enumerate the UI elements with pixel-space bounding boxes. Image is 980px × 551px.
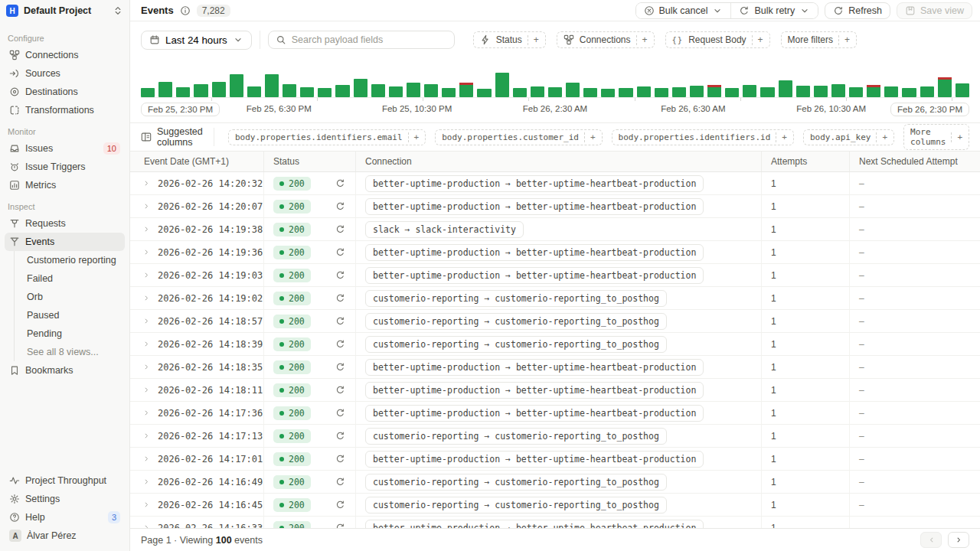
- retry-event-icon[interactable]: [335, 477, 345, 487]
- histogram-bar[interactable]: [583, 88, 597, 97]
- bulk-cancel-button[interactable]: Bulk cancel: [636, 3, 731, 18]
- histogram-bar[interactable]: [655, 88, 668, 97]
- sidebar-item-metrics[interactable]: Metrics: [5, 176, 125, 194]
- sidebar-item-pending[interactable]: Pending: [5, 324, 125, 343]
- sidebar-item-issue-triggers[interactable]: Issue Triggers: [5, 158, 125, 176]
- histogram-bar[interactable]: [743, 85, 756, 97]
- table-row[interactable]: 2026-02-26 14:19:38200slack → slack-inte…: [130, 218, 980, 241]
- sidebar-item-paused[interactable]: Paused: [5, 306, 125, 324]
- histogram-bar[interactable]: [902, 88, 916, 97]
- histogram-bar[interactable]: [459, 83, 473, 97]
- connection-pill[interactable]: better-uptime-production → better-uptime…: [365, 382, 704, 399]
- project-switcher[interactable]: H Default Project: [0, 0, 129, 21]
- histogram-bar[interactable]: [566, 83, 580, 97]
- table-row[interactable]: 2026-02-26 14:17:13200customerio-reporti…: [130, 425, 980, 448]
- histogram-bar[interactable]: [672, 87, 686, 97]
- retry-event-icon[interactable]: [335, 270, 345, 280]
- table-row[interactable]: 2026-02-26 14:17:01200better-uptime-prod…: [130, 448, 980, 471]
- connection-pill[interactable]: customerio-reporting → customerio-report…: [365, 336, 667, 353]
- refresh-button[interactable]: Refresh: [825, 2, 890, 19]
- connection-pill[interactable]: better-uptime-production → better-uptime…: [365, 405, 704, 422]
- row-expand-icon[interactable]: [142, 317, 151, 325]
- histogram-bar[interactable]: [300, 87, 314, 97]
- retry-event-icon[interactable]: [335, 500, 345, 510]
- sidebar-item-events[interactable]: Events: [5, 233, 125, 251]
- row-expand-icon[interactable]: [142, 271, 151, 279]
- histogram-bar[interactable]: [158, 82, 172, 97]
- histogram-bar[interactable]: [318, 88, 332, 97]
- table-row[interactable]: 2026-02-26 14:18:11200better-uptime-prod…: [130, 379, 980, 402]
- histogram-bar[interactable]: [760, 87, 774, 97]
- filter-pill-status[interactable]: Status+: [473, 31, 546, 48]
- connection-pill[interactable]: better-uptime-production → better-uptime…: [365, 267, 704, 284]
- connection-pill[interactable]: better-uptime-production → better-uptime…: [365, 198, 704, 215]
- sidebar-item-help[interactable]: Help3: [5, 508, 125, 527]
- suggested-column-pill[interactable]: body.properties.identifiers.id+: [612, 129, 794, 145]
- histogram-bar[interactable]: [849, 87, 863, 97]
- save-view-button[interactable]: Save view: [897, 2, 972, 19]
- retry-event-icon[interactable]: [335, 247, 345, 257]
- histogram-bar[interactable]: [335, 85, 349, 97]
- filter-pill-request-body[interactable]: {}Request Body+: [665, 31, 770, 48]
- sidebar-item-bookmarks[interactable]: Bookmarks: [5, 361, 125, 380]
- histogram-bar[interactable]: [548, 87, 562, 97]
- retry-event-icon[interactable]: [335, 431, 345, 441]
- histogram-bar[interactable]: [920, 86, 934, 97]
- sidebar-item-project-throughput[interactable]: Project Throughput: [5, 471, 125, 490]
- retry-event-icon[interactable]: [335, 178, 345, 188]
- histogram-bar[interactable]: [176, 87, 190, 97]
- histogram-bar[interactable]: [531, 86, 544, 97]
- sidebar-item-failed[interactable]: Failed: [5, 269, 125, 288]
- table-row[interactable]: 2026-02-26 14:19:03200better-uptime-prod…: [130, 264, 980, 287]
- table-row[interactable]: 2026-02-26 14:19:02200customerio-reporti…: [130, 287, 980, 310]
- histogram-bar[interactable]: [371, 84, 385, 97]
- sidebar-item-see-all-8-views[interactable]: See all 8 views...: [5, 343, 125, 361]
- retry-event-icon[interactable]: [335, 385, 345, 395]
- histogram-bar[interactable]: [619, 88, 632, 97]
- retry-event-icon[interactable]: [335, 316, 345, 326]
- histogram-bar[interactable]: [814, 86, 828, 97]
- histogram-bar[interactable]: [389, 86, 403, 97]
- sidebar-item-settings[interactable]: Settings: [5, 490, 125, 508]
- previous-page-button[interactable]: [920, 532, 942, 548]
- search-input[interactable]: [292, 34, 447, 45]
- sidebar-item-requests[interactable]: Requests: [5, 214, 125, 233]
- connection-pill[interactable]: customerio-reporting → customerio-report…: [365, 497, 667, 514]
- histogram-bar[interactable]: [513, 88, 527, 97]
- histogram-bar[interactable]: [637, 86, 651, 97]
- histogram-bar[interactable]: [424, 84, 438, 97]
- histogram-bar[interactable]: [690, 86, 704, 97]
- sidebar-item-destinations[interactable]: Destinations: [5, 83, 125, 101]
- connection-pill[interactable]: customerio-reporting → customerio-report…: [365, 313, 667, 330]
- connection-pill[interactable]: better-uptime-production → better-uptime…: [365, 175, 704, 192]
- row-expand-icon[interactable]: [142, 432, 151, 440]
- next-page-button[interactable]: [948, 532, 969, 548]
- histogram-bar[interactable]: [796, 86, 810, 97]
- histogram-bar[interactable]: [212, 82, 226, 97]
- row-expand-icon[interactable]: [142, 455, 151, 463]
- histogram-bar[interactable]: [265, 74, 279, 97]
- histogram-bar[interactable]: [194, 84, 207, 97]
- sidebar-item-orb[interactable]: Orb: [5, 288, 125, 306]
- bulk-retry-button[interactable]: Bulk retry: [730, 3, 818, 18]
- retry-event-icon[interactable]: [335, 408, 345, 418]
- sidebar-item-connections[interactable]: Connections: [5, 46, 125, 64]
- histogram-bar[interactable]: [354, 79, 368, 97]
- connection-pill[interactable]: customerio-reporting → customerio-report…: [365, 474, 667, 491]
- histogram-bar[interactable]: [283, 84, 296, 97]
- sidebar-item-sources[interactable]: Sources: [5, 64, 125, 83]
- histogram-bar[interactable]: [601, 89, 615, 97]
- sidebar-item-issues[interactable]: Issues10: [5, 139, 125, 158]
- retry-event-icon[interactable]: [335, 454, 345, 464]
- suggested-column-pill[interactable]: More columns+: [903, 124, 969, 150]
- table-row[interactable]: 2026-02-26 14:17:36200better-uptime-prod…: [130, 402, 980, 425]
- retry-event-icon[interactable]: [335, 339, 345, 349]
- connection-pill[interactable]: better-uptime-production → better-uptime…: [365, 451, 704, 468]
- row-expand-icon[interactable]: [142, 179, 151, 187]
- row-expand-icon[interactable]: [142, 340, 151, 348]
- histogram-bar[interactable]: [956, 83, 969, 97]
- sidebar-item-transformations[interactable]: Transformations: [5, 101, 125, 119]
- retry-event-icon[interactable]: [335, 523, 345, 528]
- row-expand-icon[interactable]: [142, 363, 151, 371]
- connection-pill[interactable]: better-uptime-production → better-uptime…: [365, 359, 704, 376]
